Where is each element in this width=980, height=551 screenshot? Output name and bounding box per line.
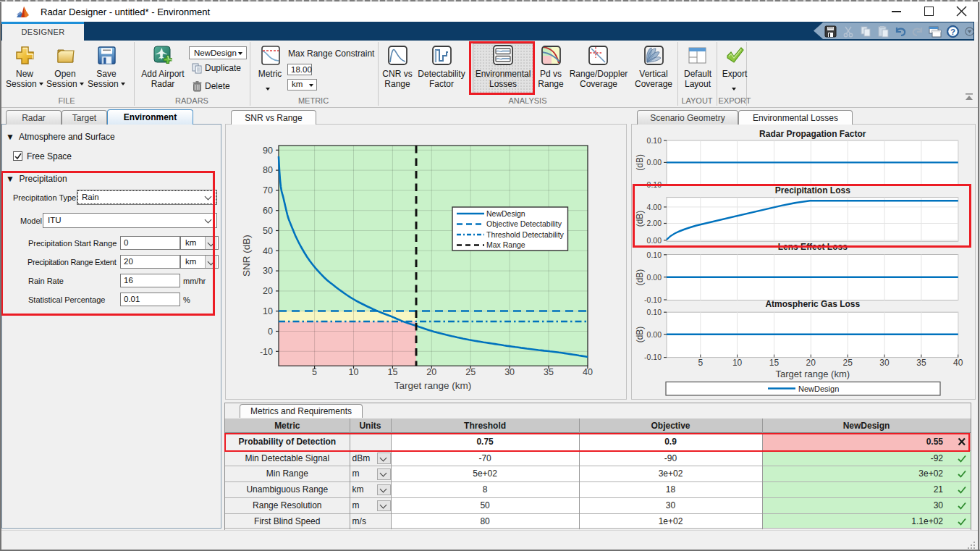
- svg-text:50: 50: [263, 226, 273, 236]
- svg-text:5: 5: [698, 358, 703, 368]
- svg-text:NewDesign: NewDesign: [798, 384, 839, 393]
- svg-text:0.10: 0.10: [647, 308, 662, 316]
- svg-text:Objective Detectability: Objective Detectability: [486, 219, 562, 228]
- svg-text:25: 25: [843, 358, 853, 368]
- svg-text:0: 0: [268, 327, 273, 337]
- svg-text:35: 35: [544, 367, 554, 377]
- svg-text:Max Range: Max Range: [486, 240, 525, 249]
- svg-text:NewDesign: NewDesign: [486, 209, 525, 218]
- svg-text:Radar Propagation Factor: Radar Propagation Factor: [759, 129, 866, 139]
- svg-text:15: 15: [769, 358, 780, 368]
- svg-text:30: 30: [504, 367, 515, 377]
- svg-text:20: 20: [263, 286, 273, 296]
- svg-text:Target range (km): Target range (km): [394, 380, 472, 391]
- svg-text:90: 90: [263, 146, 273, 156]
- svg-text:0.00: 0.00: [647, 273, 662, 282]
- svg-text:70: 70: [263, 185, 273, 195]
- svg-text:15: 15: [387, 367, 397, 377]
- svg-text:-10: -10: [260, 347, 273, 357]
- svg-text:10: 10: [349, 367, 359, 377]
- svg-text:35: 35: [916, 358, 926, 368]
- svg-text:30: 30: [879, 358, 890, 368]
- svg-text:(dB): (dB): [635, 327, 645, 343]
- svg-text:20: 20: [426, 367, 436, 377]
- svg-text:0.10: 0.10: [647, 251, 662, 259]
- svg-text:40: 40: [953, 358, 963, 368]
- svg-text:0.10: 0.10: [647, 136, 662, 145]
- svg-text:40: 40: [583, 367, 593, 377]
- svg-text:?: ?: [950, 28, 955, 36]
- svg-text:30: 30: [263, 266, 273, 276]
- svg-text:80: 80: [263, 165, 273, 175]
- svg-text:SNR (dB): SNR (dB): [241, 235, 252, 277]
- svg-text:60: 60: [263, 206, 273, 216]
- svg-text:25: 25: [465, 367, 476, 377]
- svg-text:Target range (km): Target range (km): [776, 369, 850, 379]
- svg-text:0.00: 0.00: [647, 330, 662, 339]
- svg-text:20: 20: [806, 358, 816, 368]
- svg-text:5: 5: [312, 367, 317, 377]
- svg-text:10: 10: [732, 358, 743, 368]
- svg-text:0.00: 0.00: [647, 158, 662, 167]
- svg-text:-0.10: -0.10: [644, 295, 662, 304]
- svg-text:(dB): (dB): [635, 269, 645, 286]
- svg-text:(dB): (dB): [635, 154, 645, 171]
- svg-text:Threshold Detectability: Threshold Detectability: [486, 230, 565, 239]
- svg-text:-0.10: -0.10: [644, 353, 662, 361]
- svg-text:40: 40: [263, 246, 273, 256]
- svg-text:Atmospheric Gas Loss: Atmospheric Gas Loss: [765, 299, 860, 309]
- svg-text:10: 10: [263, 306, 273, 316]
